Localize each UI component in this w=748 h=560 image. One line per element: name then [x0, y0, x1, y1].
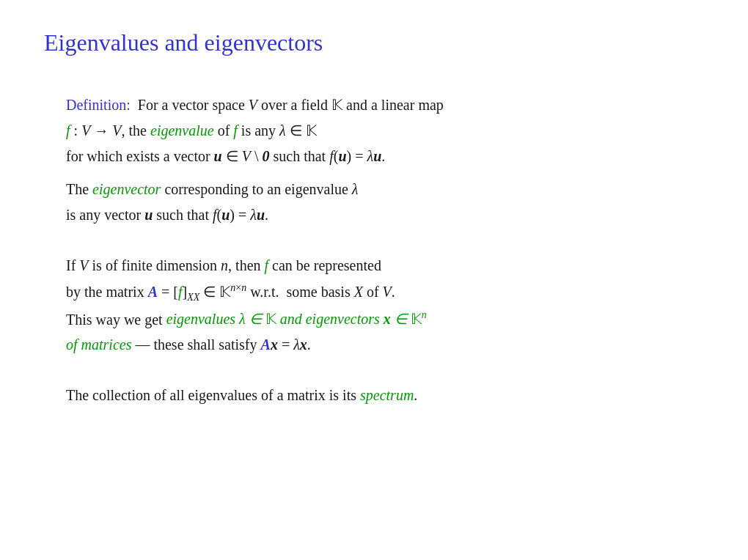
- definition-block: Definition: For a vector space V over a …: [66, 93, 704, 227]
- spectrum-block: The collection of all eigenvalues of a m…: [66, 383, 704, 408]
- finite-dim-block: If V is of finite dimension n, then f ca…: [66, 254, 704, 357]
- finite-line-4: of matrices — these shall satisfy Ax = λ…: [66, 333, 704, 357]
- definition-line-4: The eigenvector corresponding to an eige…: [66, 177, 704, 202]
- definition-line-5: is any vector u such that f(u) = λu.: [66, 203, 704, 227]
- finite-line-2: by the matrix A = [f]XX ∈ 𝕂n×n w.r.t. so…: [66, 279, 704, 306]
- definition-line-2: f : V → V, the eigenvalue of f is any λ …: [66, 119, 704, 143]
- finite-line-3: This way we get eigenvalues λ ∈ 𝕂 and ei…: [66, 307, 704, 332]
- definition-label: Definition:: [66, 97, 131, 113]
- main-content: Definition: For a vector space V over a …: [44, 93, 704, 408]
- definition-line-3: for which exists a vector u ∈ V \ 0 such…: [66, 144, 704, 169]
- finite-line-1: If V is of finite dimension n, then f ca…: [66, 254, 704, 278]
- spectrum-text: The collection of all eigenvalues of a m…: [66, 387, 417, 403]
- page-title: Eigenvalues and eigenvectors: [44, 29, 704, 56]
- definition-line-1: Definition: For a vector space V over a …: [66, 93, 704, 117]
